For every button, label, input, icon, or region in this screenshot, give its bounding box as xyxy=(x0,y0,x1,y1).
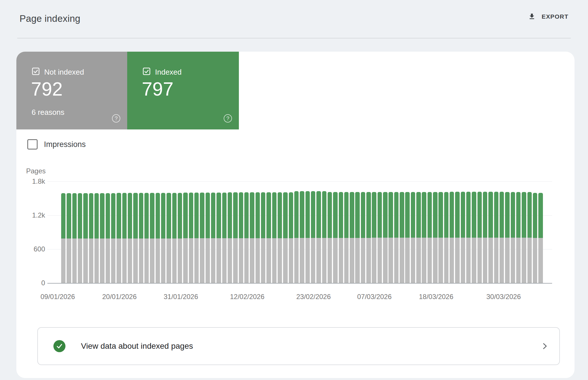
not-indexed-bar-segment xyxy=(161,239,165,283)
chart-bar[interactable] xyxy=(183,193,187,283)
chart-bar[interactable] xyxy=(67,193,71,283)
chart-bar[interactable] xyxy=(511,192,515,283)
chart-bar[interactable] xyxy=(322,191,326,283)
chart-bar[interactable] xyxy=(361,192,365,283)
chart-bar[interactable] xyxy=(461,192,465,283)
chart-bar[interactable] xyxy=(117,193,121,283)
not-indexed-bar-segment xyxy=(533,238,537,283)
chart-bar[interactable] xyxy=(344,192,349,283)
chart-bar[interactable] xyxy=(72,193,77,283)
chart-bar[interactable] xyxy=(206,193,210,283)
chart-bar[interactable] xyxy=(233,192,237,283)
chart-bar[interactable] xyxy=(378,192,382,283)
chart-bar[interactable] xyxy=(272,192,276,283)
chart-bar[interactable] xyxy=(156,193,160,283)
chart-bar[interactable] xyxy=(178,193,182,283)
chart-bar[interactable] xyxy=(78,193,82,283)
chart-bar[interactable] xyxy=(211,193,215,283)
chart-bar[interactable] xyxy=(416,192,421,283)
chart-bar[interactable] xyxy=(339,192,343,283)
chart-bar[interactable] xyxy=(150,193,154,283)
chart-bar[interactable] xyxy=(189,193,193,283)
chart-bar[interactable] xyxy=(444,192,448,283)
chart-bar[interactable] xyxy=(222,193,227,283)
not-indexed-bar-segment xyxy=(261,238,265,283)
chart-bar[interactable] xyxy=(266,192,271,283)
chart-bar[interactable] xyxy=(122,193,127,283)
chart-bar[interactable] xyxy=(133,193,138,283)
chart-bar[interactable] xyxy=(144,193,149,283)
chart-bar[interactable] xyxy=(167,193,171,283)
chart-bar[interactable] xyxy=(256,192,260,283)
chart-bar[interactable] xyxy=(305,191,310,283)
chart-bar[interactable] xyxy=(111,193,115,283)
chart-bar[interactable] xyxy=(400,192,404,283)
chart-bar[interactable] xyxy=(239,192,243,283)
chart-bar[interactable] xyxy=(100,193,104,283)
chart-bar[interactable] xyxy=(466,192,471,283)
chart-bar[interactable] xyxy=(94,193,99,283)
chart-bar[interactable] xyxy=(300,191,304,283)
chart-bar[interactable] xyxy=(538,193,543,283)
chart-bar[interactable] xyxy=(366,192,371,283)
chart-bar[interactable] xyxy=(428,192,432,283)
chart-bar[interactable] xyxy=(283,192,287,283)
chart-bar[interactable] xyxy=(372,192,376,283)
chart-bar[interactable] xyxy=(61,193,65,283)
chart-bar[interactable] xyxy=(527,192,532,283)
chart-bar[interactable] xyxy=(483,192,487,283)
chart-bar[interactable] xyxy=(333,192,337,283)
chart-bar[interactable] xyxy=(216,193,221,283)
chart-bar[interactable] xyxy=(311,191,315,283)
chart-bar[interactable] xyxy=(83,193,88,283)
chart-bar[interactable] xyxy=(350,192,354,283)
chart-bar[interactable] xyxy=(516,192,521,283)
chart-bar[interactable] xyxy=(89,193,93,283)
chart-bar[interactable] xyxy=(455,192,459,283)
chart-bar[interactable] xyxy=(388,192,393,283)
chart-bar[interactable] xyxy=(450,192,454,283)
chart-plot-area[interactable] xyxy=(61,52,561,284)
chart-bar[interactable] xyxy=(261,192,265,283)
chart-bar[interactable] xyxy=(505,192,509,283)
chart-bar[interactable] xyxy=(294,191,299,283)
chart-bar[interactable] xyxy=(472,192,476,283)
chart-bar[interactable] xyxy=(316,191,321,283)
indexed-bar-segment xyxy=(522,192,526,238)
chart-bar[interactable] xyxy=(438,192,443,283)
chart-bar[interactable] xyxy=(106,193,110,283)
chart-bar[interactable] xyxy=(433,192,437,283)
chart-bar[interactable] xyxy=(250,192,254,283)
chart-bar[interactable] xyxy=(522,192,526,283)
export-button[interactable]: EXPORT xyxy=(528,13,568,20)
chart-bar[interactable] xyxy=(394,192,399,283)
chart-bar[interactable] xyxy=(289,192,293,283)
chart-bar[interactable] xyxy=(411,192,415,283)
chart-bar[interactable] xyxy=(244,192,249,283)
chart-bar[interactable] xyxy=(200,193,204,283)
view-indexed-data-link[interactable]: View data about indexed pages xyxy=(37,327,560,365)
chart-bar[interactable] xyxy=(278,192,282,283)
chevron-right-icon[interactable] xyxy=(540,342,549,350)
chart-bar[interactable] xyxy=(494,192,498,283)
chart-bar[interactable] xyxy=(161,193,165,283)
chart-bar[interactable] xyxy=(422,192,426,283)
not-indexed-bar-segment xyxy=(244,238,249,283)
chart-bar[interactable] xyxy=(500,192,504,283)
chart-bar[interactable] xyxy=(355,192,359,283)
indexed-bar-segment xyxy=(378,192,382,238)
chart-bar[interactable] xyxy=(477,192,482,283)
not-indexed-bar-segment xyxy=(83,239,88,283)
chart-bar[interactable] xyxy=(228,192,232,283)
chart-bar[interactable] xyxy=(488,192,493,283)
chart-bar[interactable] xyxy=(328,192,332,283)
chart-bar[interactable] xyxy=(139,193,143,283)
chart-bar[interactable] xyxy=(533,193,537,283)
chart-bar[interactable] xyxy=(383,192,387,283)
x-tick-label: 30/03/2026 xyxy=(478,293,529,301)
chart-bar[interactable] xyxy=(194,193,199,283)
chart-bar[interactable] xyxy=(405,192,409,283)
chart-bar[interactable] xyxy=(128,193,132,283)
not-indexed-bar-segment xyxy=(200,238,204,283)
chart-bar[interactable] xyxy=(172,193,177,283)
